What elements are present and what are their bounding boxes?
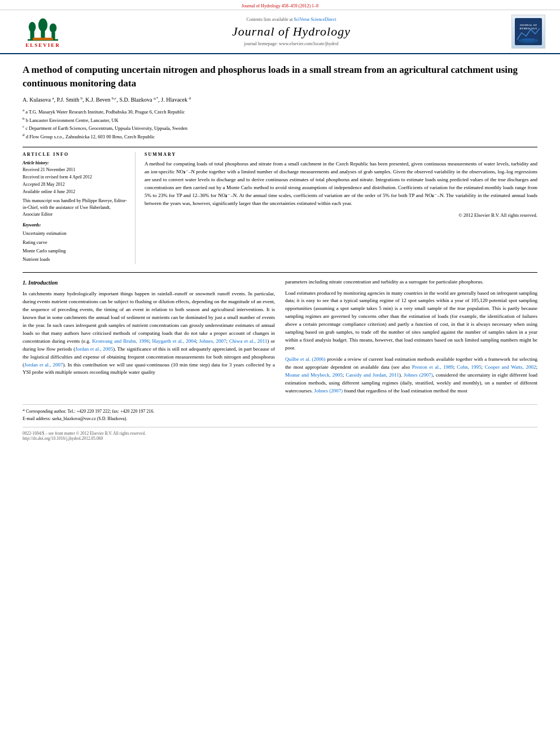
keyword-4: Nutrient loads [23,255,128,264]
ref-jordan-2005[interactable]: Jordan et al., 2005 [75,346,113,352]
main-content: A method of computing uncertain nitrogen… [0,54,560,450]
article-info-column: ARTICLE INFO Article history: Received 2… [23,152,135,264]
article-dates: Received 21 November 2011 Received in re… [23,167,128,195]
doi-line: http://dx.doi.org/10.1016/j.jhydrol.2012… [23,436,537,441]
footnote-2: E-mail address: sarka_blazkova@vuv.cz (S… [23,416,537,423]
affiliations: a a T.G. Masaryk Water Research Institut… [23,107,537,140]
body-text-section: 1. Introduction In catchments many hydro… [23,272,537,399]
handled-note: This manuscript was handled by Philippe … [23,198,128,218]
summary-column: SUMMARY A method for computing loads of … [145,152,537,264]
ref-chiwa[interactable]: Chiwa et al., 2011 [229,338,268,344]
keyword-1: Uncertainty estimation [23,229,128,238]
body-col-right: parameters including nitrate concentrati… [285,278,537,399]
ref-kronvang[interactable]: Kronvang and Bruhn, 1996 [92,338,149,344]
intro-para-4: Quilbe et al. (2006) provide a review of… [285,356,537,395]
affiliation-a: a a T.G. Masaryk Water Research Institut… [23,107,537,116]
svg-rect-7 [33,37,53,40]
bottom-info-bar: 0022-1694/$ – see front matter © 2012 El… [23,427,537,441]
svg-text:JOURNAL OF: JOURNAL OF [520,24,537,27]
svg-point-1 [29,21,36,32]
affiliation-d: d d Flow Group s.r.o., Zahradnicka 12, 6… [23,132,537,141]
journal-logo-icon: JOURNAL OF HYDROLOGY [515,18,542,45]
svg-point-3 [38,18,47,31]
ref-preston[interactable]: Preston et al., 1989 [412,364,453,370]
journal-citation-bar: Journal of Hydrology 458–459 (2012) 1–8 [0,0,560,10]
received-date: Received 21 November 2011 [23,167,128,174]
affiliation-b: b b Lancaster Environment Centre, Lancas… [23,116,537,124]
ref-johnes3-2007[interactable]: Johnes (2007) [314,388,343,394]
footnote-area: * Corresponding author. Tel.: +420 220 1… [23,404,537,423]
keywords-group: Keywords: Uncertainty estimation Rating … [23,222,128,264]
ref-johnes2-2007[interactable]: Johnes (2007) [404,372,433,378]
svg-text:HYDROLOGY: HYDROLOGY [519,27,537,30]
accepted-date: Accepted 28 May 2012 [23,181,128,189]
elsevier-logo: ELSEVIER [25,16,60,48]
issn-line: 0022-1694/$ – see front matter © 2012 El… [23,431,537,436]
journal-title: Journal of Hydrology [77,24,506,39]
revised-date: Received in revised form 4 April 2012 [23,174,128,181]
ref-cohn[interactable]: Cohn, 1995 [457,364,481,370]
article-info-label: ARTICLE INFO [23,152,128,157]
keyword-3: Monte Carlo sampling [23,247,128,255]
article-title: A method of computing uncertain nitrogen… [23,63,537,90]
keyword-2: Rating curve [23,238,128,247]
history-label: Article history: [23,160,128,165]
summary-label: SUMMARY [145,152,537,157]
authors-line: A. Kulasova a, P.J. Smith b, K.J. Beven … [23,96,537,103]
sciverse-line: Contents lists available at SciVerse Sci… [77,17,506,22]
sciverse-link[interactable]: SciVerse ScienceDirect [294,17,336,22]
journal-homepage: journal homepage: www.elsevier.com/locat… [77,41,506,46]
intro-para-2: parameters including nitrate concentrati… [285,278,537,286]
intro-para-3: Load estimates produced by monitoring ag… [285,290,537,353]
svg-point-12 [522,38,535,41]
ref-quilbe[interactable]: Quilbe et al. (2006) [285,356,326,362]
authors-text: A. Kulasova a, P.J. Smith b, K.J. Beven … [23,97,191,103]
journal-header: ELSEVIER Contents lists available at Sci… [0,10,560,54]
journal-logo-area: JOURNAL OF HYDROLOGY [506,15,551,49]
svg-point-5 [50,23,57,32]
article-info-summary-section: ARTICLE INFO Article history: Received 2… [23,147,537,264]
keywords-list: Uncertainty estimation Rating curve Mont… [23,229,128,264]
journal-citation: Journal of Hydrology 458–459 (2012) 1–8 [242,3,318,8]
publisher-logo-area: ELSEVIER [9,16,77,48]
summary-text: A method for computing loads of total ph… [145,160,537,208]
affiliation-c: c c Department of Earth Sciences, Geocen… [23,124,537,132]
elsevier-tree-icon [26,16,60,41]
elsevier-brand-text: ELSEVIER [25,42,60,48]
footnote-1: * Corresponding author. Tel.: +420 220 1… [23,408,537,416]
journal-logo-box: JOURNAL OF HYDROLOGY [511,15,545,49]
ref-cassidy[interactable]: Cassidy and Jordan, 2011 [345,372,399,378]
body-col-left: 1. Introduction In catchments many hydro… [23,278,275,399]
intro-para-1: In catchments many hydrologically import… [23,290,275,377]
intro-heading: 1. Introduction [23,278,275,287]
copyright-line: © 2012 Elsevier B.V. All rights reserved… [145,212,537,218]
summary-paragraph: A method for computing loads of total ph… [145,160,537,208]
keywords-label: Keywords: [23,222,128,228]
journal-title-area: Contents lists available at SciVerse Sci… [77,17,506,46]
ref-haygarth[interactable]: Haygarth et al., 2004 [152,338,196,344]
ref-cooper[interactable]: Cooper and Watts, 2002 [485,364,536,370]
ref-moatar[interactable]: Moatar and Meybeck, 2005 [285,372,343,378]
ref-jordan-2007[interactable]: Jordan et al., 2007 [24,362,63,368]
ref-johnes-2007[interactable]: Johnes, 2007 [199,338,226,344]
article-history-group: Article history: Received 21 November 20… [23,160,128,218]
online-date: Available online 4 June 2012 [23,189,128,196]
